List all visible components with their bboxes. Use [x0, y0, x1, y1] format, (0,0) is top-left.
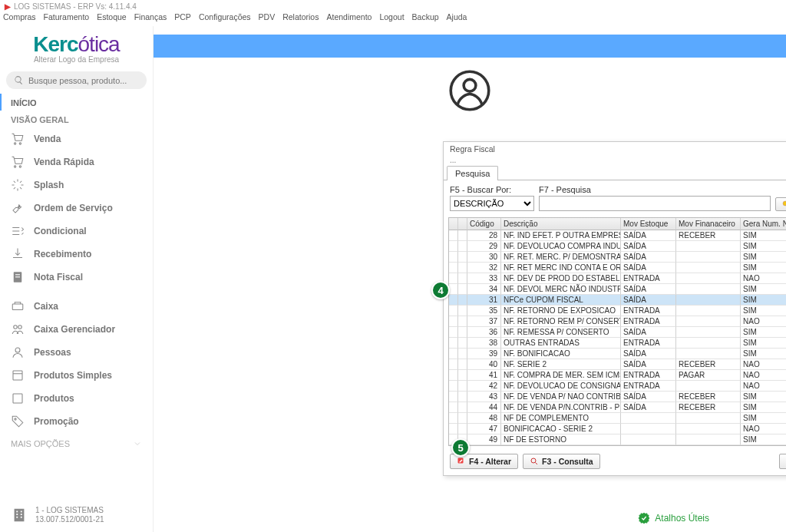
sidebar-item-label: Produtos — [34, 393, 74, 404]
mais-opcoes-label: MAIS OPÇÕES — [11, 439, 70, 448]
svg-point-9 — [15, 418, 16, 420]
sidebar-item-caixa[interactable]: Caixa — [0, 295, 153, 318]
table-row[interactable]: 36NF. REMESSA P/ CONSERTOSAÍDASIMSAÍDA — [449, 327, 786, 338]
building-icon — [11, 507, 28, 524]
logo-otica: ótica — [78, 32, 120, 56]
menu-bar: Compras Faturamento Estoque Finanças PCP… — [0, 12, 786, 26]
svg-point-6 — [15, 348, 20, 352]
sidebar-item-label: Recebimento — [34, 249, 91, 259]
nav-inicio[interactable]: INÍCIO — [0, 94, 153, 111]
menu-configuracoes[interactable]: Configurações — [199, 12, 251, 26]
table-row[interactable]: 48NF DE COMPLEMENTOSIM — [449, 413, 786, 424]
svg-rect-7 — [13, 371, 22, 380]
menu-logout[interactable]: Logout — [379, 12, 404, 26]
sidebar-item-condicional[interactable]: Condicional — [0, 220, 153, 243]
sidebar-item-venda-rapida[interactable]: Venda Rápida — [0, 150, 153, 173]
sidebar: Kercótica Alterar Logo da Empresa INÍCIO… — [0, 26, 154, 532]
atalhos-uteis[interactable]: Atalhos Úteis — [638, 512, 709, 524]
sidebar-item-prodsimples[interactable]: Produtos Simples — [0, 364, 153, 387]
pesquisa-input[interactable] — [539, 196, 771, 211]
sidebar-item-pessoas[interactable]: Pessoas — [0, 341, 153, 364]
sidebar-item-caixager[interactable]: Caixa Gerenciador — [0, 318, 153, 341]
menu-pcp[interactable]: PCP — [174, 12, 191, 26]
col-gera-nfe[interactable]: Gera Num. NFE — [741, 218, 786, 230]
table-row[interactable]: 40NF. SERIE 2SAÍDARECEBERNAOSAÍDA — [449, 359, 786, 370]
svg-point-19 — [783, 201, 786, 206]
pesquisar-button[interactable]: F1 - Pesquisar — [775, 197, 786, 211]
menu-atendimento[interactable]: Atendimento — [326, 12, 372, 26]
buscar-por-select[interactable]: DESCRIÇÃO — [450, 196, 534, 211]
table-row[interactable]: 43NF. DE VENDA P/ NAO CONTRIB.SAÍDARECEB… — [449, 392, 786, 402]
col-mov-financeiro[interactable]: Mov Finanaceiro — [676, 218, 741, 230]
svg-rect-14 — [21, 514, 22, 515]
table-row[interactable]: 31NFCe CUPOM FISCALSAÍDASIMSAÍDA — [449, 295, 786, 306]
table-row[interactable]: 32NF. RET MERC IND CONTA E ORDEMSAÍDASIM… — [449, 263, 786, 273]
sidebar-item-label: Venda Rápida — [34, 157, 94, 167]
table-row[interactable]: 30NF. RET. MERC. P/ DEMOSNTRACAOSAÍDASIM… — [449, 252, 786, 263]
col-mov-estoque[interactable]: Mov Estoque — [621, 218, 676, 230]
grid[interactable]: Código Descrição Mov Estoque Mov Finanac… — [448, 217, 786, 446]
consulta-label: F3 - Consulta — [542, 457, 593, 466]
table-row[interactable]: 37NF. RETORNO REM P/ CONSERTOENTRADANAOE… — [449, 316, 786, 327]
menu-backup[interactable]: Backup — [412, 12, 439, 26]
menu-pdv[interactable]: PDV — [259, 12, 276, 26]
tab-pesquisa[interactable]: Pesquisa — [447, 166, 498, 180]
table-row[interactable]: 38OUTRAS ENTRADASENTRADASIMENTRADA — [449, 338, 786, 349]
table-row[interactable]: 42NF. DEVOLUCAO DE CONSIGNADOENTRADANAOE… — [449, 381, 786, 392]
search-icon — [781, 200, 786, 209]
svg-rect-15 — [16, 517, 18, 518]
sidebar-item-notafiscal[interactable]: Nota Fiscal — [0, 266, 153, 289]
sidebar-item-label: Nota Fiscal — [34, 272, 83, 283]
svg-rect-11 — [16, 511, 18, 513]
table-row[interactable]: 29NF. DEVOLUCAO COMPRA INDUSTR.SAÍDASIMS… — [449, 241, 786, 252]
sidebar-item-label: Splash — [34, 180, 64, 190]
check-badge-icon — [638, 512, 650, 524]
consulta-button[interactable]: F3 - Consulta — [523, 454, 600, 469]
logo-kero: Kerc — [33, 32, 78, 56]
chevron-down-icon — [133, 439, 142, 448]
svg-point-18 — [464, 79, 476, 91]
search-box[interactable] — [6, 71, 147, 89]
sidebar-item-os[interactable]: Ordem de Serviço — [0, 197, 153, 220]
svg-rect-13 — [16, 514, 18, 515]
menu-estoque[interactable]: Estoque — [97, 12, 127, 26]
sidebar-item-label: Caixa Gerenciador — [34, 324, 115, 335]
svg-rect-2 — [15, 276, 20, 277]
sidebar-item-recebimento[interactable]: Recebimento — [0, 243, 153, 266]
table-row[interactable]: 33NF. DEV DE PROD DO ESTABELECENTRADANAO… — [449, 273, 786, 284]
logo-subtitle[interactable]: Alterar Logo da Empresa — [0, 55, 153, 64]
sidebar-item-produtos[interactable]: Produtos — [0, 387, 153, 410]
sidebar-item-label: Venda — [34, 134, 61, 144]
search-input[interactable] — [28, 76, 139, 85]
sidebar-item-splash[interactable]: Splash — [0, 173, 153, 197]
table-row[interactable]: 41NF. COMPRA DE MER. SEM ICMSENTRADAPAGA… — [449, 370, 786, 381]
menu-relatorios[interactable]: Relatorios — [282, 12, 319, 26]
svg-point-5 — [18, 325, 22, 329]
sidebar-item-label: Pessoas — [34, 347, 71, 358]
table-row[interactable]: 47BONIFICACAO - SERIE 2NAOSAÍDA — [449, 424, 786, 435]
menu-financas[interactable]: Finanças — [134, 12, 167, 26]
title-bar: ▶ LOG SISTEMAS - ERP Vs: 4.11.4.4 — [0, 0, 786, 12]
table-row[interactable]: 34NF. DEVOL MERC NÃO INDUSTRIALSAÍDASIMS… — [449, 284, 786, 295]
sidebar-item-label: Produtos Simples — [34, 370, 112, 381]
table-row[interactable]: 39NF. BONIFICACAOSAÍDASIMSAÍDA — [449, 349, 786, 359]
svg-rect-8 — [13, 394, 22, 403]
svg-point-21 — [531, 458, 536, 463]
table-row[interactable]: 49NF DE ESTORNOSIMENTRADA — [449, 435, 786, 445]
menu-ajuda[interactable]: Ajuda — [447, 12, 467, 26]
sidebar-item-promocao[interactable]: Promoção — [0, 410, 153, 433]
menu-faturamento[interactable]: Faturamento — [44, 12, 90, 26]
sidebar-item-venda[interactable]: Venda — [0, 127, 153, 150]
menu-compras[interactable]: Compras — [3, 12, 36, 26]
avatar — [449, 70, 490, 111]
main-area: edes sociais! ais om dias Atalhos Úteis … — [154, 26, 786, 532]
grid-header: Código Descrição Mov Estoque Mov Finanac… — [449, 218, 786, 230]
col-descricao[interactable]: Descrição — [501, 218, 621, 230]
mais-opcoes[interactable]: MAIS OPÇÕES — [0, 433, 153, 454]
table-row[interactable]: 35NF. RETORNO DE EXPOSICAOENTRADASIMENTR… — [449, 306, 786, 316]
table-row[interactable]: 44NF. DE VENDA P/N.CONTRIB - PDVSAÍDAREC… — [449, 402, 786, 413]
fechar-button[interactable]: ESC - Fechar — [779, 454, 786, 469]
col-codigo[interactable]: Código — [467, 218, 501, 230]
alterar-label: F4 - Alterar — [469, 457, 511, 466]
table-row[interactable]: 28NF. IND EFET. P OUTRA EMPRESASAÍDARECE… — [449, 230, 786, 241]
